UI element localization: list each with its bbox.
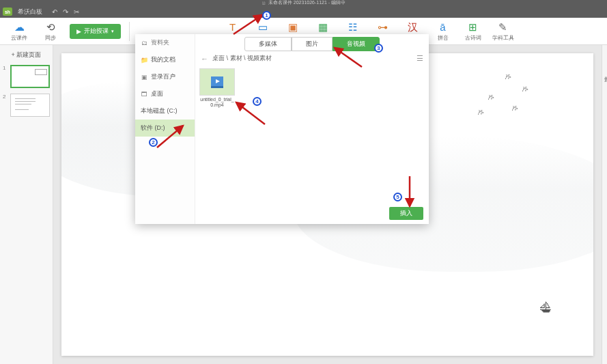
slide-thumb-wrap[interactable]: 1	[0, 62, 53, 91]
ribbon-icon: ▣	[288, 21, 298, 33]
cloud-icon: ☁	[14, 21, 25, 33]
annotation-badge: 5	[393, 193, 402, 201]
sidebar-item[interactable]: 📁我的文档	[135, 51, 195, 68]
annotation-badge: 4	[253, 97, 262, 106]
sync-icon: ⟲	[46, 21, 55, 33]
svg-line-4	[335, 48, 362, 67]
folder-icon: 🗔	[141, 91, 147, 98]
ribbon-icon: ⊞	[468, 21, 477, 33]
quick-access-toolbar: sh 希沃白板 ↶ ↷ ✂	[0, 5, 607, 18]
new-slide-button[interactable]: + 新建页面	[0, 48, 53, 62]
slide-thumb-wrap[interactable]: 2	[0, 91, 53, 120]
slide-number: 1	[3, 65, 8, 71]
breadcrumb[interactable]: 桌面 \ 素材 \ 视频素材	[212, 54, 412, 63]
sidebar-header: 🗂 资料夹	[135, 34, 195, 51]
folder-icon: 📁	[141, 57, 147, 64]
ribbon-icon: ⊶	[378, 21, 388, 33]
chevron-down-icon: ▾	[111, 29, 114, 34]
bird-decoration: 𐂂	[505, 74, 511, 81]
back-icon[interactable]: ←	[201, 55, 208, 63]
annotation-arrow	[403, 173, 417, 210]
app-logo[interactable]: sh	[3, 8, 12, 16]
dialog-toolbar: ← 桌面 \ 素材 \ 视频素材 ☰	[195, 51, 429, 66]
annotation-badge: 3	[374, 44, 383, 53]
bird-decoration: 𐂂	[478, 109, 484, 116]
slide-number: 2	[3, 94, 8, 100]
svg-line-3	[234, 15, 262, 34]
sidebar-item[interactable]: 🗔桌面	[135, 85, 195, 102]
ribbon-icon: ā	[440, 21, 445, 33]
play-icon: ▶	[76, 28, 81, 35]
ribbon-古诗词-button[interactable]: ⊞古诗词	[458, 19, 488, 44]
cut-icon[interactable]: ✂	[74, 8, 79, 16]
bird-decoration: 𐂂	[488, 94, 494, 101]
title-bar: 🗎 未命名课件 20231026-1121 - 编辑中	[0, 0, 607, 5]
folder-icon: ▣	[141, 74, 147, 81]
boat-decoration: ⛵︎	[540, 300, 552, 315]
file-browser[interactable]: untitled_0_trial_0.mp4	[195, 66, 429, 201]
window-title: 未命名课件 20231026-1121 - 编辑中	[268, 0, 345, 6]
ribbon-icon: ☷	[348, 21, 357, 33]
sidebar-drive-item[interactable]: 本地磁盘 (C:)	[135, 102, 195, 120]
annotation-arrow	[232, 100, 269, 127]
slide-panel: + 新建页面 1 2	[0, 45, 53, 364]
annotation-arrow	[232, 12, 266, 36]
ribbon-icon: ✎	[498, 21, 507, 33]
document-icon: 🗎	[262, 1, 266, 5]
annotation-arrow	[153, 123, 187, 149]
dialog-tab[interactable]: 多媒体	[244, 37, 292, 51]
ribbon-拼音-button[interactable]: ā拼音	[428, 19, 458, 44]
undo-icon[interactable]: ↶	[52, 8, 57, 16]
start-teaching-button[interactable]: ▶ 开始授课 ▾	[70, 24, 121, 39]
dialog-tab[interactable]: 图片	[292, 37, 333, 51]
annotation-badge: 1	[262, 11, 271, 20]
properties-panel[interactable]: 属性	[602, 45, 607, 364]
bird-decoration: 𐂂	[522, 86, 528, 93]
slide-thumbnail[interactable]	[10, 94, 50, 117]
slide-thumbnail[interactable]	[10, 65, 50, 88]
cloud-courseware-button[interactable]: ☁ 云课件	[4, 19, 34, 44]
list-view-icon[interactable]: ☰	[417, 54, 423, 63]
dialog-footer: 插入	[195, 201, 429, 224]
ribbon-学科工具-button[interactable]: ✎学科工具	[488, 19, 518, 44]
separator	[129, 22, 130, 41]
sidebar-item[interactable]: ▣登录百户	[135, 68, 195, 85]
folder-icon: 🗂	[141, 40, 147, 46]
ribbon-icon: 汉	[408, 21, 418, 33]
file-item[interactable]: untitled_0_trial_0.mp4	[199, 68, 235, 107]
redo-icon[interactable]: ↷	[63, 8, 68, 16]
sync-button[interactable]: ⟲ 同步	[36, 19, 66, 44]
annotation-arrow	[332, 45, 366, 68]
dialog-tabs: 多媒体图片音视频	[195, 34, 429, 51]
app-title: 希沃白板	[18, 8, 42, 16]
svg-line-5	[157, 126, 183, 148]
video-file-icon	[199, 68, 235, 96]
annotation-badge: 2	[149, 138, 158, 147]
file-name-label: untitled_0_trial_0.mp4	[199, 97, 235, 107]
svg-line-6	[236, 102, 265, 124]
ribbon-icon: ▦	[318, 21, 328, 33]
svg-rect-1	[211, 86, 223, 88]
bird-decoration: 𐂂	[512, 105, 518, 112]
